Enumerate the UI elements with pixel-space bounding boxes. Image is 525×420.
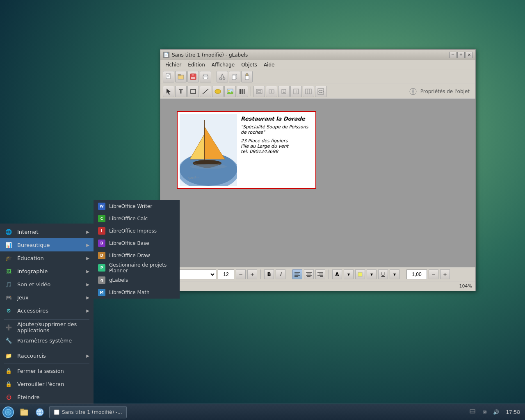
close-button[interactable]: ✕ bbox=[466, 52, 473, 58]
print-button[interactable] bbox=[200, 71, 211, 82]
menu-item-internet-label: Internet bbox=[17, 229, 82, 235]
underline-color-button[interactable]: U bbox=[378, 269, 388, 279]
submenu-writer[interactable]: W LibreOffice Writer bbox=[94, 200, 180, 212]
line-tool[interactable] bbox=[200, 86, 211, 97]
cut-button[interactable] bbox=[217, 71, 228, 82]
align-left-button[interactable] bbox=[292, 269, 302, 279]
svg-rect-21 bbox=[246, 73, 248, 75]
draw-icon: D bbox=[98, 251, 106, 260]
menu-item-parametres[interactable]: 🔧 Paramètres système bbox=[0, 334, 94, 347]
italic-button[interactable]: I bbox=[276, 269, 285, 279]
maximize-button[interactable]: + bbox=[457, 52, 465, 58]
menu-objets[interactable]: Objets bbox=[238, 61, 260, 68]
tool-t2[interactable] bbox=[266, 86, 277, 97]
save-button[interactable] bbox=[187, 71, 199, 82]
browser-button[interactable] bbox=[32, 404, 48, 420]
submenu-draw[interactable]: D LibreOffice Draw bbox=[94, 249, 180, 262]
jeux-icon: 🎮 bbox=[4, 293, 13, 302]
svg-line-16 bbox=[222, 74, 224, 78]
taskbar: Sans titre 1 (modifié) -... ✉ 🔊 17:58 bbox=[0, 404, 525, 420]
rect-tool[interactable] bbox=[187, 86, 199, 97]
highlight-color-arrow[interactable]: ▾ bbox=[367, 269, 377, 279]
clock: 17:58 bbox=[504, 409, 522, 415]
app-window: 📄 Sans titre 1 (modifié) - gLabels ─ + ✕… bbox=[160, 49, 476, 291]
svg-rect-12 bbox=[204, 77, 207, 79]
image-tool[interactable] bbox=[224, 86, 236, 97]
menu-item-verrouiller[interactable]: 🔒 Verrouiller l'écran bbox=[0, 377, 94, 390]
submenu-calc[interactable]: C LibreOffice Calc bbox=[94, 212, 180, 225]
pointer-tool[interactable] bbox=[163, 86, 174, 97]
font-size-increase[interactable]: + bbox=[247, 269, 257, 279]
menu-aide[interactable]: Aide bbox=[260, 61, 278, 68]
menu-item-raccourcis[interactable]: 📁 Raccourcis ▶ bbox=[0, 349, 94, 362]
submenu-impress[interactable]: I LibreOffice Impress bbox=[94, 225, 180, 237]
font-color-arrow[interactable]: ▾ bbox=[344, 269, 354, 279]
menu-item-fermer[interactable]: 🔒 Fermer la session bbox=[0, 364, 94, 377]
svg-rect-11 bbox=[204, 74, 207, 76]
tool-t5[interactable] bbox=[303, 86, 314, 97]
align-right-button[interactable] bbox=[315, 269, 325, 279]
tool-t6[interactable] bbox=[315, 86, 326, 97]
ajouter-icon: ➕ bbox=[4, 323, 13, 332]
raccourcis-arrow: ▶ bbox=[86, 354, 89, 358]
tool-t1[interactable] bbox=[253, 86, 265, 97]
menu-item-infographie[interactable]: 🖼 Infographie ▶ bbox=[0, 265, 94, 278]
font-size-decrease[interactable]: ─ bbox=[236, 269, 246, 279]
menu-fichier[interactable]: Fichier bbox=[162, 61, 185, 68]
font-color-button[interactable]: A bbox=[332, 269, 342, 279]
line-width-decrease[interactable]: ─ bbox=[429, 269, 438, 279]
underline-color-arrow[interactable]: ▾ bbox=[390, 269, 399, 279]
menu-divider-2 bbox=[4, 348, 89, 348]
menu-item-education[interactable]: 🎓 Éducation ▶ bbox=[0, 251, 94, 265]
copy-button[interactable] bbox=[229, 71, 240, 82]
label-subtitle: "Spécialité Soupe de Poissons de roches" bbox=[241, 124, 312, 135]
menu-item-fermer-label: Fermer la session bbox=[17, 368, 89, 374]
calc-label: LibreOffice Calc bbox=[109, 216, 148, 221]
bold-button[interactable]: B bbox=[264, 269, 274, 279]
svg-point-73 bbox=[7, 411, 9, 413]
submenu-base[interactable]: B LibreOffice Base bbox=[94, 237, 180, 249]
files-button[interactable] bbox=[16, 404, 32, 420]
menu-item-son[interactable]: 🎵 Son et vidéo ▶ bbox=[0, 278, 94, 291]
svg-rect-33 bbox=[244, 89, 245, 94]
align-center-button[interactable] bbox=[304, 269, 314, 279]
submenu-planner[interactable]: P Gestionnaire de projets Planner bbox=[94, 262, 180, 274]
line-width-increase[interactable]: + bbox=[440, 269, 450, 279]
internet-arrow: ▶ bbox=[86, 230, 89, 234]
menu-item-bureautique[interactable]: 📊 Bureautique ▶ bbox=[0, 238, 94, 251]
planner-icon: P bbox=[98, 264, 106, 272]
submenu-glabels[interactable]: g gLabels bbox=[94, 274, 180, 286]
text-tool[interactable]: T bbox=[175, 86, 187, 97]
label-canvas[interactable]: Vena... Restaurant la Dorade "Spécialité… bbox=[177, 111, 316, 189]
taskbar-window-glabels[interactable]: Sans titre 1 (modifié) -... bbox=[49, 406, 127, 418]
ellipse-tool[interactable] bbox=[212, 86, 224, 97]
line-width-input[interactable] bbox=[406, 269, 427, 279]
paste-button[interactable] bbox=[241, 71, 253, 82]
menu-item-ajouter[interactable]: ➕ Ajouter/supprimer des applications bbox=[0, 321, 94, 334]
tool-t4[interactable]: T bbox=[290, 86, 302, 97]
menu-item-jeux[interactable]: 🎮 Jeux ▶ bbox=[0, 291, 94, 304]
label-text-area: Restaurant la Dorade "Spécialité Soupe d… bbox=[239, 114, 313, 186]
submenu-math[interactable]: M LibreOffice Math bbox=[94, 286, 180, 299]
canvas-area[interactable]: Vena... Restaurant la Dorade "Spécialité… bbox=[160, 99, 475, 267]
writer-label: LibreOffice Writer bbox=[109, 203, 152, 209]
open-button[interactable] bbox=[175, 71, 187, 82]
menu-item-accessoires[interactable]: ⚙ Accessoires ▶ bbox=[0, 304, 94, 317]
menu-affichage[interactable]: Affichage bbox=[208, 61, 238, 68]
menu-item-education-label: Éducation bbox=[17, 255, 82, 261]
tool-t3[interactable]: 1 bbox=[278, 86, 290, 97]
minimize-button[interactable]: ─ bbox=[449, 52, 457, 58]
font-size-input[interactable] bbox=[218, 269, 234, 279]
menu-edition[interactable]: Édition bbox=[185, 61, 208, 68]
new-button[interactable] bbox=[163, 71, 174, 82]
window-titlebar: 📄 Sans titre 1 (modifié) - gLabels ─ + ✕ bbox=[160, 50, 475, 60]
menu-item-internet[interactable]: 🌐 Internet ▶ bbox=[0, 225, 94, 238]
highlight-color-button[interactable] bbox=[355, 269, 365, 279]
verrouiller-icon: 🔒 bbox=[4, 379, 13, 388]
properties-label: Propriétés de l'objet bbox=[420, 89, 470, 94]
menu-item-eteindre[interactable]: ⏻ Éteindre bbox=[0, 390, 94, 404]
svg-line-15 bbox=[221, 74, 222, 78]
start-button[interactable] bbox=[0, 404, 16, 420]
submenu-bureautique: W LibreOffice Writer C LibreOffice Calc … bbox=[94, 200, 180, 299]
barcode-tool[interactable] bbox=[237, 86, 248, 97]
